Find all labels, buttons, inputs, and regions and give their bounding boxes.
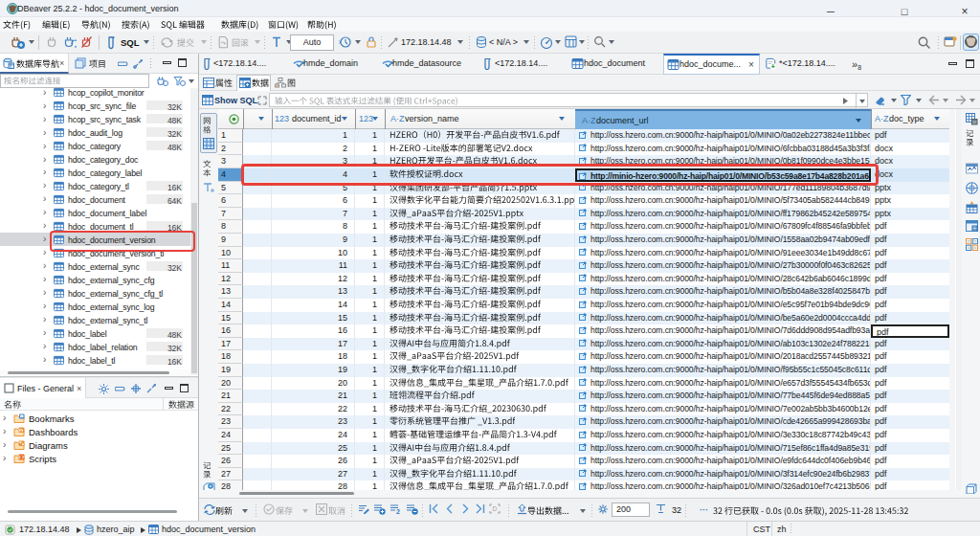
svg-text:2: 2 bbox=[396, 508, 400, 515]
svg-text:D: D bbox=[493, 505, 498, 512]
